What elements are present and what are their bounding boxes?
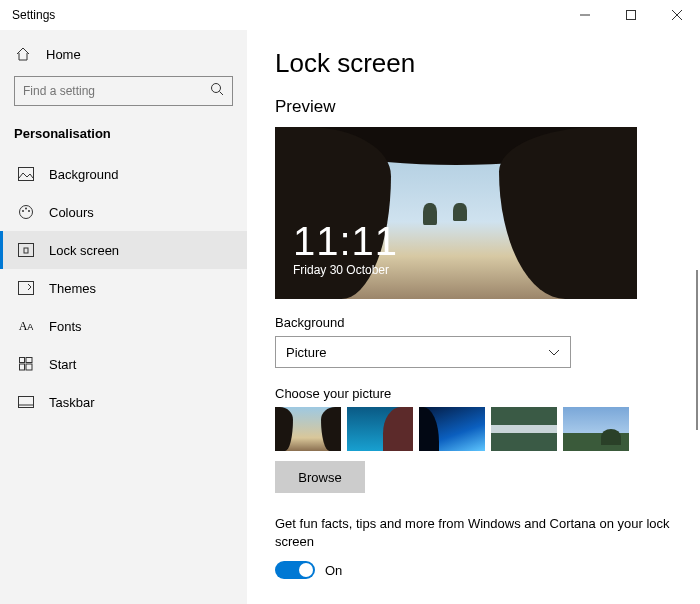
svg-rect-12 [24, 248, 28, 253]
page-title: Lock screen [275, 48, 672, 79]
scrollbar[interactable] [696, 270, 698, 430]
svg-point-4 [212, 84, 221, 93]
svg-point-10 [28, 210, 30, 212]
titlebar: Settings [0, 0, 700, 30]
lock-screen-icon [17, 243, 35, 257]
preview-label: Preview [275, 97, 672, 117]
sidebar-item-label: Background [49, 167, 118, 182]
close-button[interactable] [654, 0, 700, 30]
svg-rect-11 [19, 244, 34, 257]
picture-thumbnails [275, 407, 672, 451]
picture-thumb-3[interactable] [419, 407, 485, 451]
home-button[interactable]: Home [0, 38, 247, 72]
browse-button[interactable]: Browse [275, 461, 365, 493]
minimize-button[interactable] [562, 0, 608, 30]
lock-screen-preview: 11:11 Friday 30 October [275, 127, 637, 299]
sidebar-item-label: Colours [49, 205, 94, 220]
preview-date: Friday 30 October [293, 263, 398, 277]
svg-rect-14 [20, 358, 25, 363]
svg-line-5 [220, 92, 224, 96]
sidebar-item-lock-screen[interactable]: Lock screen [0, 231, 247, 269]
preview-clock: 11:11 [293, 221, 398, 261]
palette-icon [17, 204, 35, 220]
svg-rect-17 [26, 364, 32, 370]
search-icon [210, 82, 224, 100]
content-area: Lock screen Preview 11:11 Friday 30 Octo… [247, 30, 700, 604]
tips-toggle-label: On [325, 563, 342, 578]
picture-thumb-2[interactable] [347, 407, 413, 451]
tips-toggle[interactable] [275, 561, 315, 579]
themes-icon [17, 281, 35, 295]
search-box[interactable] [14, 76, 233, 106]
sidebar-item-label: Taskbar [49, 395, 95, 410]
chevron-down-icon [548, 345, 560, 360]
sidebar-item-start[interactable]: Start [0, 345, 247, 383]
svg-point-7 [20, 206, 33, 219]
sidebar-item-themes[interactable]: Themes [0, 269, 247, 307]
category-label: Personalisation [0, 120, 247, 155]
start-icon [17, 357, 35, 371]
sidebar-item-taskbar[interactable]: Taskbar [0, 383, 247, 421]
background-field-label: Background [275, 315, 672, 330]
sidebar-item-label: Fonts [49, 319, 82, 334]
sidebar: Home Personalisation Background Colours [0, 30, 247, 604]
tips-description: Get fun facts, tips and more from Window… [275, 515, 672, 551]
choose-picture-label: Choose your picture [275, 386, 672, 401]
window-title: Settings [12, 8, 562, 22]
maximize-button[interactable] [608, 0, 654, 30]
sidebar-item-label: Themes [49, 281, 96, 296]
svg-rect-16 [20, 364, 25, 370]
home-label: Home [46, 47, 81, 62]
sidebar-item-fonts[interactable]: AA Fonts [0, 307, 247, 345]
home-icon [14, 46, 32, 62]
nav-list: Background Colours Lock screen Themes AA… [0, 155, 247, 421]
sidebar-item-colours[interactable]: Colours [0, 193, 247, 231]
sidebar-item-background[interactable]: Background [0, 155, 247, 193]
picture-icon [17, 167, 35, 181]
svg-rect-1 [627, 11, 636, 20]
sidebar-item-label: Start [49, 357, 76, 372]
svg-rect-18 [19, 397, 34, 408]
svg-point-8 [22, 210, 24, 212]
dropdown-value: Picture [286, 345, 326, 360]
background-dropdown[interactable]: Picture [275, 336, 571, 368]
svg-rect-13 [19, 282, 34, 295]
svg-rect-15 [26, 358, 32, 363]
picture-thumb-5[interactable] [563, 407, 629, 451]
svg-rect-6 [19, 168, 34, 181]
search-input[interactable] [23, 84, 210, 98]
picture-thumb-4[interactable] [491, 407, 557, 451]
fonts-icon: AA [17, 320, 35, 332]
picture-thumb-1[interactable] [275, 407, 341, 451]
sidebar-item-label: Lock screen [49, 243, 119, 258]
taskbar-icon [17, 396, 35, 408]
svg-point-9 [25, 208, 27, 210]
